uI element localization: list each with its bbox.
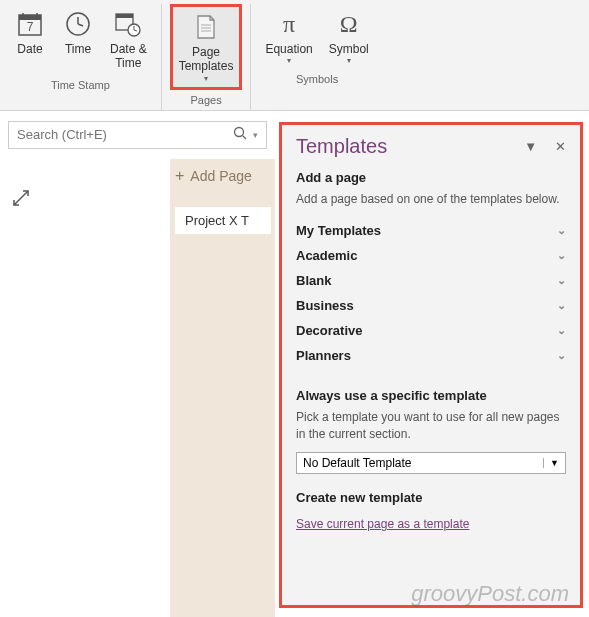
templates-panel: Templates ▼ ✕ Add a page Add a page base…: [279, 122, 583, 608]
page-templates-button[interactable]: Page Templates ▾: [170, 4, 243, 90]
calendar-clock-icon: [112, 8, 144, 40]
symbol-label: Symbol: [329, 42, 369, 56]
search-icon[interactable]: [233, 126, 247, 144]
left-panel: ▾ + Add Page Project X T: [0, 111, 275, 617]
search-bar[interactable]: ▾: [8, 121, 267, 149]
group-label-pages: Pages: [190, 94, 221, 106]
always-use-heading: Always use a specific template: [296, 388, 566, 403]
ribbon-group-symbols: π Equation ▾ Ω Symbol ▾ Symbols: [251, 4, 382, 110]
time-label: Time: [65, 42, 91, 56]
template-category[interactable]: Business⌄: [296, 293, 566, 318]
page-area: + Add Page Project X T: [0, 159, 275, 617]
category-label: Business: [296, 298, 354, 313]
template-category[interactable]: Academic⌄: [296, 243, 566, 268]
svg-line-18: [14, 191, 28, 205]
category-label: Blank: [296, 273, 331, 288]
symbol-button[interactable]: Ω Symbol ▾: [323, 4, 375, 69]
svg-line-7: [78, 24, 83, 26]
template-category[interactable]: Planners⌄: [296, 343, 566, 368]
group-label-symbols: Symbols: [296, 73, 338, 85]
expand-icon[interactable]: [12, 189, 30, 211]
date-button[interactable]: 7 Date: [8, 4, 52, 75]
default-template-select[interactable]: No Default Template ▼: [296, 452, 566, 474]
omega-icon: Ω: [333, 8, 365, 40]
add-page-heading: Add a page: [296, 170, 566, 185]
category-label: My Templates: [296, 223, 381, 238]
category-label: Planners: [296, 348, 351, 363]
chevron-down-icon: ▾: [347, 56, 351, 65]
always-use-desc: Pick a template you want to use for all …: [296, 409, 566, 443]
page-templates-label: Page Templates: [179, 45, 234, 74]
ribbon-group-pages: Page Templates ▾ Pages: [162, 4, 252, 110]
svg-rect-9: [116, 14, 133, 18]
add-page-button[interactable]: + Add Page: [175, 167, 252, 185]
svg-line-17: [243, 135, 247, 139]
page-tab-label: Project X T: [185, 213, 249, 228]
chevron-down-icon: ⌄: [557, 324, 566, 337]
group-label-timestamp: Time Stamp: [51, 79, 110, 91]
chevron-down-icon: ⌄: [557, 349, 566, 362]
chevron-down-icon: ▾: [204, 74, 208, 83]
watermark: groovyPost.com: [411, 581, 569, 607]
chevron-down-icon: ▾: [287, 56, 291, 65]
clock-icon: [62, 8, 94, 40]
create-new-heading: Create new template: [296, 490, 566, 505]
date-time-label: Date & Time: [110, 42, 147, 71]
templates-title: Templates: [296, 135, 387, 158]
calendar-date-icon: 7: [14, 8, 46, 40]
pi-icon: π: [273, 8, 305, 40]
svg-point-16: [235, 127, 244, 136]
equation-label: Equation: [265, 42, 312, 56]
date-label: Date: [17, 42, 42, 56]
save-as-template-link[interactable]: Save current page as a template: [296, 517, 469, 531]
category-label: Academic: [296, 248, 357, 263]
ribbon-group-timestamp: 7 Date Time Date & Time Time Stamp: [0, 4, 162, 110]
add-page-desc: Add a page based on one of the templates…: [296, 191, 566, 208]
page-canvas[interactable]: [0, 159, 170, 617]
add-page-label: Add Page: [190, 168, 252, 184]
date-time-button[interactable]: Date & Time: [104, 4, 153, 75]
chevron-down-icon: ⌄: [557, 299, 566, 312]
search-dropdown-icon[interactable]: ▾: [253, 130, 258, 140]
search-input[interactable]: [17, 127, 233, 142]
plus-icon: +: [175, 167, 184, 185]
chevron-down-icon: ⌄: [557, 274, 566, 287]
ribbon: 7 Date Time Date & Time Time Stamp: [0, 0, 589, 111]
close-icon[interactable]: ✕: [555, 139, 566, 154]
panel-options-button[interactable]: ▼: [524, 139, 537, 154]
time-button[interactable]: Time: [56, 4, 100, 75]
chevron-down-icon: ⌄: [557, 224, 566, 237]
page-tab[interactable]: Project X T: [175, 207, 271, 234]
svg-text:7: 7: [27, 20, 34, 34]
equation-button[interactable]: π Equation ▾: [259, 4, 318, 69]
chevron-down-icon: ▼: [543, 458, 559, 468]
template-category[interactable]: My Templates⌄: [296, 218, 566, 243]
page-icon: [190, 11, 222, 43]
chevron-down-icon: ⌄: [557, 249, 566, 262]
category-label: Decorative: [296, 323, 362, 338]
select-value: No Default Template: [303, 456, 412, 470]
template-category[interactable]: Blank⌄: [296, 268, 566, 293]
template-category[interactable]: Decorative⌄: [296, 318, 566, 343]
